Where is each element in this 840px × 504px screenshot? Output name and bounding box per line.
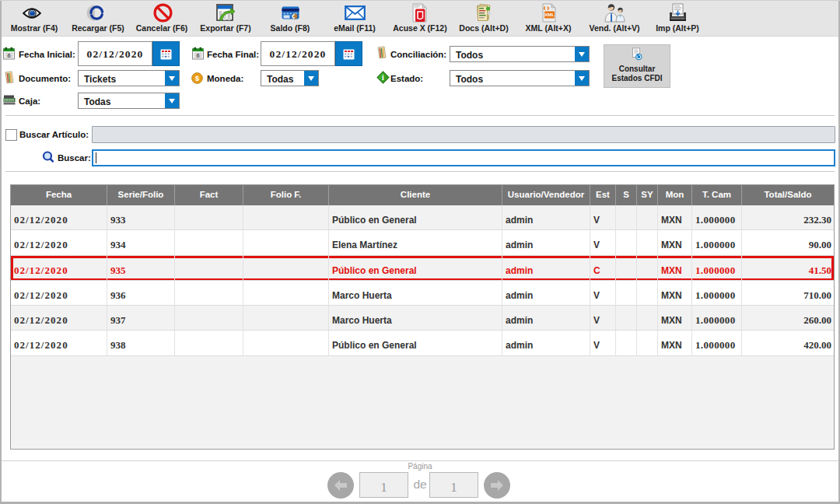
svg-text:6: 6 bbox=[7, 52, 10, 59]
svg-text:i: i bbox=[382, 73, 384, 82]
svg-text:$: $ bbox=[195, 75, 199, 82]
svg-text:XML: XML bbox=[544, 12, 555, 17]
svg-text:6: 6 bbox=[196, 52, 199, 59]
